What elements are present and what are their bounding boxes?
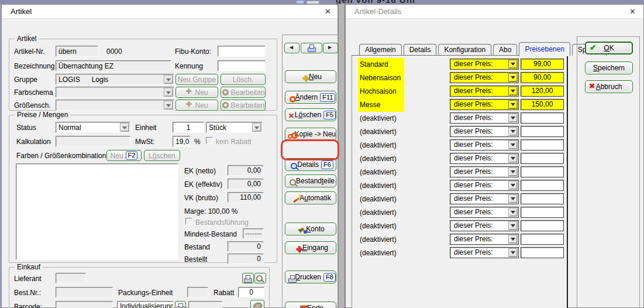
kein-rabatt-label: kein Rabatt — [216, 138, 252, 146]
price-type-select[interactable]: dieser Preis: — [450, 234, 519, 245]
groessensch-neu-button[interactable]: Neu — [175, 100, 218, 111]
eingang-button[interactable]: Eingang — [285, 241, 336, 254]
mindest-bestand-value[interactable]: ------- — [243, 228, 264, 239]
mwst-input[interactable]: 19,0 — [173, 136, 191, 147]
artikel-nr-input[interactable]: übern — [56, 46, 98, 57]
button-label: Abbruch — [596, 83, 622, 91]
lieferant-print-button[interactable] — [242, 273, 254, 283]
price-type-select[interactable]: dieser Preis: — [450, 112, 519, 124]
tab-konfiguration[interactable]: Konfiguration — [438, 44, 491, 56]
individualisierung-print-button[interactable] — [175, 301, 186, 308]
price-level-label: (deaktiviert) — [358, 166, 404, 179]
price-level-label: (deaktiviert) — [358, 220, 404, 233]
farbschema-neu-button[interactable]: Neu — [175, 87, 218, 98]
price-row: Standard dieser Preis: 99,00 — [352, 58, 567, 71]
price-value-input[interactable] — [521, 207, 564, 218]
tab-preisebenen[interactable]: Preisebenen — [519, 42, 570, 56]
price-value-input[interactable] — [521, 126, 564, 137]
konto-button[interactable]: Konto — [285, 223, 336, 235]
bestandsfuehrung-checkbox[interactable] — [185, 218, 192, 225]
tab-allgemein[interactable]: Allgemein — [359, 44, 402, 56]
loeschen-button[interactable]: Löschen F5 — [285, 108, 336, 121]
tab-details[interactable]: Details — [404, 44, 437, 56]
bestandteile-button[interactable]: Bestandteile — [285, 174, 336, 187]
groessensch-select[interactable] — [56, 100, 174, 111]
individualisierung-field[interactable]: Individualisierung — [117, 301, 174, 308]
groessensch-bearbeiten-button[interactable]: Bearbeiten — [221, 100, 266, 111]
price-level-label: (deaktiviert) — [358, 125, 404, 139]
price-type-select[interactable]: dieser Preis: — [450, 126, 519, 137]
price-value-input[interactable] — [521, 220, 564, 231]
kalkulation-input[interactable] — [56, 136, 130, 147]
price-type-select[interactable]: dieser Preis: — [450, 139, 519, 150]
einheit-input[interactable]: 1 — [173, 122, 204, 133]
price-type-select[interactable]: dieser Preis: — [450, 166, 519, 177]
price-type-select[interactable]: dieser Preis: — [450, 180, 519, 191]
tab-abo[interactable]: Abo — [493, 44, 517, 56]
drucken-button[interactable]: Drucken F8 — [285, 271, 336, 283]
individualisierung-extra-input[interactable] — [188, 301, 222, 308]
close-icon[interactable]: ✕ — [628, 6, 638, 16]
price-type-select[interactable]: dieser Preis: — [450, 99, 519, 110]
packungs-einheit-input[interactable] — [187, 287, 208, 297]
speichern-button[interactable]: Speichern — [585, 61, 633, 74]
neu-gruppe-button[interactable]: Neu Gruppe — [175, 74, 218, 85]
bezeichnung-input[interactable]: Übernachtung EZ — [56, 60, 171, 71]
mouse-button[interactable] — [250, 300, 264, 308]
loesch-button[interactable]: Lösch. — [221, 74, 266, 85]
previous-record-button[interactable] — [284, 43, 299, 53]
next-record-button[interactable] — [323, 43, 338, 53]
print-record-button[interactable] — [301, 43, 322, 53]
price-value-input[interactable] — [521, 153, 564, 164]
price-value-input[interactable] — [521, 247, 564, 258]
farbschema-bearbeiten-button[interactable]: Bearbeiten — [221, 87, 266, 98]
price-value-input[interactable]: 90,00 — [521, 72, 564, 83]
einheit-unit-select[interactable]: Stück — [206, 122, 263, 133]
kopie-button[interactable]: Kopie -> Neu — [285, 128, 336, 141]
aendern-button[interactable]: Ändern F11 — [285, 91, 336, 104]
gruppe-select[interactable]: LOGIS Logis — [56, 74, 174, 85]
kein-rabatt-checkbox[interactable] — [206, 137, 213, 144]
price-type-select[interactable]: dieser Preis: — [450, 207, 519, 218]
price-value-input[interactable] — [521, 193, 564, 204]
fibu-konto-input[interactable] — [218, 46, 266, 57]
ende-button[interactable]: Ende — [285, 302, 336, 308]
farbschema-label: Farbschema — [14, 88, 53, 97]
price-value-input[interactable] — [521, 112, 564, 124]
price-type-select[interactable]: dieser Preis: — [450, 193, 519, 204]
price-value-input[interactable] — [521, 234, 564, 245]
price-value-input[interactable] — [521, 139, 564, 150]
farbschema-select[interactable] — [56, 87, 174, 98]
neu-button[interactable]: Neu — [285, 70, 336, 83]
close-icon[interactable]: ✕ — [323, 6, 333, 16]
ok-button[interactable]: OK — [585, 42, 633, 54]
rabatt-input[interactable]: 0 — [238, 287, 264, 297]
price-value-input[interactable]: 120,00 — [521, 85, 564, 97]
fibu-konto-label: Fibu-Konto: — [175, 47, 211, 56]
price-value-input[interactable] — [521, 166, 564, 177]
price-type-select[interactable]: dieser Preis: — [450, 85, 519, 97]
farben-neu-button[interactable]: Neu F2 — [106, 150, 142, 161]
price-type-select[interactable]: dieser Preis: — [450, 153, 519, 164]
farben-kombination-listbox[interactable] — [16, 163, 178, 260]
price-type-select[interactable]: dieser Preis: — [450, 72, 519, 83]
price-value-input[interactable] — [521, 180, 564, 191]
status-select[interactable]: Normal — [56, 122, 130, 133]
barcode-input[interactable] — [56, 301, 113, 308]
farben-loeschen-button[interactable]: Löschen — [144, 150, 180, 161]
price-value-input[interactable]: 150,00 — [521, 99, 564, 110]
price-type-select[interactable]: dieser Preis: — [450, 59, 519, 70]
automatik-button[interactable]: Automatik — [285, 191, 336, 204]
lieferant-search-button[interactable] — [254, 273, 266, 283]
price-value-input[interactable]: 99,00 — [521, 59, 564, 70]
bestand-value: 0 — [228, 241, 264, 252]
details-button[interactable]: Details F6 — [285, 158, 336, 171]
search-icon — [256, 275, 265, 283]
price-type-select[interactable]: dieser Preis: — [450, 220, 519, 231]
kennung-input[interactable] — [218, 60, 266, 71]
shortcut-badge: F2 — [126, 151, 138, 160]
abbruch-button[interactable]: Abbruch — [585, 80, 633, 93]
lieferant-input[interactable] — [56, 273, 86, 283]
price-type-select[interactable]: dieser Preis: — [450, 247, 519, 258]
best-nr-input[interactable] — [56, 287, 113, 297]
